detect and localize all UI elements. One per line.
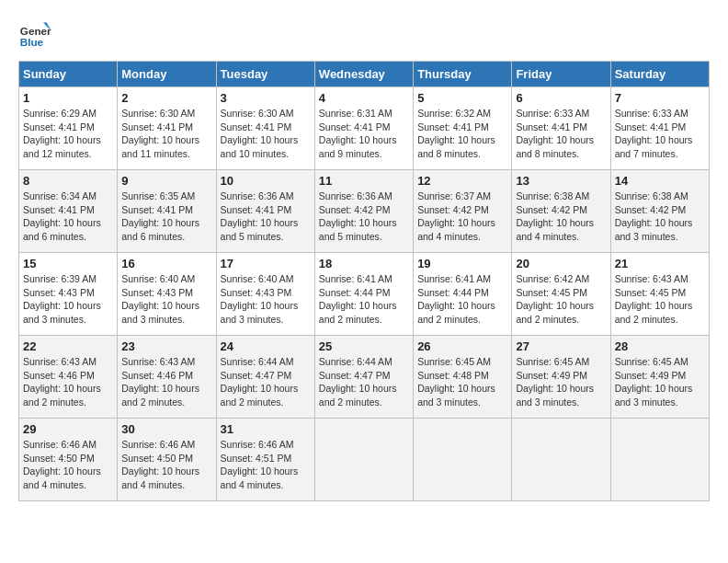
day-info: Sunrise: 6:30 AM Sunset: 4:41 PM Dayligh… bbox=[121, 107, 211, 161]
col-header-tuesday: Tuesday bbox=[216, 62, 314, 87]
calendar-cell bbox=[610, 419, 709, 501]
day-number: 12 bbox=[417, 174, 507, 188]
day-info: Sunrise: 6:30 AM Sunset: 4:41 PM Dayligh… bbox=[221, 107, 311, 161]
day-number: 4 bbox=[319, 91, 409, 105]
day-info: Sunrise: 6:29 AM Sunset: 4:41 PM Dayligh… bbox=[23, 107, 113, 161]
day-number: 22 bbox=[23, 339, 113, 353]
day-info: Sunrise: 6:40 AM Sunset: 4:43 PM Dayligh… bbox=[221, 272, 311, 327]
day-number: 8 bbox=[23, 174, 113, 188]
calendar-cell: 16Sunrise: 6:40 AM Sunset: 4:43 PM Dayli… bbox=[118, 253, 216, 336]
day-info: Sunrise: 6:41 AM Sunset: 4:44 PM Dayligh… bbox=[417, 272, 507, 327]
day-number: 19 bbox=[417, 257, 507, 270]
day-number: 11 bbox=[319, 174, 409, 188]
col-header-wednesday: Wednesday bbox=[314, 62, 413, 87]
day-info: Sunrise: 6:45 AM Sunset: 4:49 PM Dayligh… bbox=[516, 355, 606, 409]
calendar-cell: 24Sunrise: 6:44 AM Sunset: 4:47 PM Dayli… bbox=[216, 336, 314, 419]
day-info: Sunrise: 6:37 AM Sunset: 4:42 PM Dayligh… bbox=[417, 190, 507, 244]
day-number: 14 bbox=[615, 174, 705, 188]
col-header-monday: Monday bbox=[118, 62, 216, 87]
day-info: Sunrise: 6:38 AM Sunset: 4:42 PM Dayligh… bbox=[615, 190, 705, 244]
calendar-cell: 11Sunrise: 6:36 AM Sunset: 4:42 PM Dayli… bbox=[314, 170, 413, 253]
day-number: 15 bbox=[23, 257, 113, 270]
day-number: 16 bbox=[121, 257, 211, 270]
logo-icon: General Blue bbox=[18, 18, 51, 52]
day-info: Sunrise: 6:43 AM Sunset: 4:46 PM Dayligh… bbox=[121, 355, 211, 409]
day-info: Sunrise: 6:45 AM Sunset: 4:49 PM Dayligh… bbox=[615, 355, 705, 409]
col-header-friday: Friday bbox=[512, 62, 610, 87]
day-info: Sunrise: 6:39 AM Sunset: 4:43 PM Dayligh… bbox=[23, 272, 113, 327]
day-info: Sunrise: 6:35 AM Sunset: 4:41 PM Dayligh… bbox=[121, 190, 211, 244]
calendar-cell: 7Sunrise: 6:33 AM Sunset: 4:41 PM Daylig… bbox=[610, 87, 709, 170]
calendar-cell: 17Sunrise: 6:40 AM Sunset: 4:43 PM Dayli… bbox=[216, 253, 314, 336]
col-header-thursday: Thursday bbox=[414, 62, 512, 87]
calendar-cell: 20Sunrise: 6:42 AM Sunset: 4:45 PM Dayli… bbox=[512, 253, 610, 336]
calendar-cell: 13Sunrise: 6:38 AM Sunset: 4:42 PM Dayli… bbox=[512, 170, 610, 253]
day-info: Sunrise: 6:32 AM Sunset: 4:41 PM Dayligh… bbox=[417, 107, 507, 161]
calendar-cell bbox=[314, 419, 413, 501]
day-info: Sunrise: 6:46 AM Sunset: 4:51 PM Dayligh… bbox=[221, 438, 311, 492]
day-info: Sunrise: 6:44 AM Sunset: 4:47 PM Dayligh… bbox=[319, 355, 409, 409]
svg-text:Blue: Blue bbox=[20, 36, 44, 48]
calendar-table: SundayMondayTuesdayWednesdayThursdayFrid… bbox=[18, 61, 710, 501]
day-number: 17 bbox=[221, 257, 311, 270]
day-number: 26 bbox=[417, 339, 507, 353]
day-info: Sunrise: 6:46 AM Sunset: 4:50 PM Dayligh… bbox=[23, 438, 113, 492]
day-number: 25 bbox=[319, 339, 409, 353]
col-header-sunday: Sunday bbox=[19, 62, 118, 87]
day-info: Sunrise: 6:41 AM Sunset: 4:44 PM Dayligh… bbox=[319, 272, 409, 327]
day-number: 21 bbox=[615, 257, 705, 270]
day-info: Sunrise: 6:36 AM Sunset: 4:41 PM Dayligh… bbox=[221, 190, 311, 244]
calendar-cell: 26Sunrise: 6:45 AM Sunset: 4:48 PM Dayli… bbox=[414, 336, 512, 419]
calendar-cell: 19Sunrise: 6:41 AM Sunset: 4:44 PM Dayli… bbox=[414, 253, 512, 336]
calendar-cell: 21Sunrise: 6:43 AM Sunset: 4:45 PM Dayli… bbox=[610, 253, 709, 336]
calendar-cell bbox=[414, 419, 512, 501]
calendar-cell: 31Sunrise: 6:46 AM Sunset: 4:51 PM Dayli… bbox=[216, 419, 314, 501]
day-info: Sunrise: 6:36 AM Sunset: 4:42 PM Dayligh… bbox=[319, 190, 409, 244]
day-number: 5 bbox=[417, 91, 507, 105]
day-info: Sunrise: 6:43 AM Sunset: 4:46 PM Dayligh… bbox=[23, 355, 113, 409]
calendar-cell: 30Sunrise: 6:46 AM Sunset: 4:50 PM Dayli… bbox=[118, 419, 216, 501]
day-number: 28 bbox=[615, 339, 705, 353]
day-number: 2 bbox=[121, 91, 211, 105]
logo: General Blue bbox=[18, 18, 55, 52]
day-number: 6 bbox=[516, 91, 606, 105]
calendar-cell: 1Sunrise: 6:29 AM Sunset: 4:41 PM Daylig… bbox=[19, 87, 118, 170]
col-header-saturday: Saturday bbox=[610, 62, 709, 87]
calendar-cell: 23Sunrise: 6:43 AM Sunset: 4:46 PM Dayli… bbox=[118, 336, 216, 419]
day-info: Sunrise: 6:33 AM Sunset: 4:41 PM Dayligh… bbox=[615, 107, 705, 161]
day-info: Sunrise: 6:45 AM Sunset: 4:48 PM Dayligh… bbox=[417, 355, 507, 409]
calendar-cell: 9Sunrise: 6:35 AM Sunset: 4:41 PM Daylig… bbox=[118, 170, 216, 253]
calendar-cell: 12Sunrise: 6:37 AM Sunset: 4:42 PM Dayli… bbox=[414, 170, 512, 253]
calendar-cell: 29Sunrise: 6:46 AM Sunset: 4:50 PM Dayli… bbox=[19, 419, 118, 501]
day-info: Sunrise: 6:34 AM Sunset: 4:41 PM Dayligh… bbox=[23, 190, 113, 244]
day-number: 24 bbox=[221, 339, 311, 353]
calendar-cell: 8Sunrise: 6:34 AM Sunset: 4:41 PM Daylig… bbox=[19, 170, 118, 253]
day-info: Sunrise: 6:44 AM Sunset: 4:47 PM Dayligh… bbox=[221, 355, 311, 409]
calendar-cell: 22Sunrise: 6:43 AM Sunset: 4:46 PM Dayli… bbox=[19, 336, 118, 419]
day-number: 31 bbox=[221, 422, 311, 436]
day-info: Sunrise: 6:33 AM Sunset: 4:41 PM Dayligh… bbox=[516, 107, 606, 161]
day-number: 9 bbox=[121, 174, 211, 188]
calendar-cell: 14Sunrise: 6:38 AM Sunset: 4:42 PM Dayli… bbox=[610, 170, 709, 253]
day-info: Sunrise: 6:43 AM Sunset: 4:45 PM Dayligh… bbox=[615, 272, 705, 327]
day-number: 20 bbox=[516, 257, 606, 270]
calendar-cell: 3Sunrise: 6:30 AM Sunset: 4:41 PM Daylig… bbox=[216, 87, 314, 170]
day-info: Sunrise: 6:40 AM Sunset: 4:43 PM Dayligh… bbox=[121, 272, 211, 327]
day-number: 7 bbox=[615, 91, 705, 105]
calendar-cell: 18Sunrise: 6:41 AM Sunset: 4:44 PM Dayli… bbox=[314, 253, 413, 336]
calendar-cell: 25Sunrise: 6:44 AM Sunset: 4:47 PM Dayli… bbox=[314, 336, 413, 419]
day-number: 13 bbox=[516, 174, 606, 188]
day-info: Sunrise: 6:42 AM Sunset: 4:45 PM Dayligh… bbox=[516, 272, 606, 327]
day-number: 29 bbox=[23, 422, 113, 436]
calendar-cell: 15Sunrise: 6:39 AM Sunset: 4:43 PM Dayli… bbox=[19, 253, 118, 336]
day-number: 1 bbox=[23, 91, 113, 105]
day-info: Sunrise: 6:38 AM Sunset: 4:42 PM Dayligh… bbox=[516, 190, 606, 244]
calendar-cell: 2Sunrise: 6:30 AM Sunset: 4:41 PM Daylig… bbox=[118, 87, 216, 170]
day-number: 18 bbox=[319, 257, 409, 270]
day-info: Sunrise: 6:46 AM Sunset: 4:50 PM Dayligh… bbox=[121, 438, 211, 492]
calendar-cell: 4Sunrise: 6:31 AM Sunset: 4:41 PM Daylig… bbox=[314, 87, 413, 170]
day-number: 27 bbox=[516, 339, 606, 353]
calendar-cell: 27Sunrise: 6:45 AM Sunset: 4:49 PM Dayli… bbox=[512, 336, 610, 419]
calendar-cell: 28Sunrise: 6:45 AM Sunset: 4:49 PM Dayli… bbox=[610, 336, 709, 419]
day-info: Sunrise: 6:31 AM Sunset: 4:41 PM Dayligh… bbox=[319, 107, 409, 161]
